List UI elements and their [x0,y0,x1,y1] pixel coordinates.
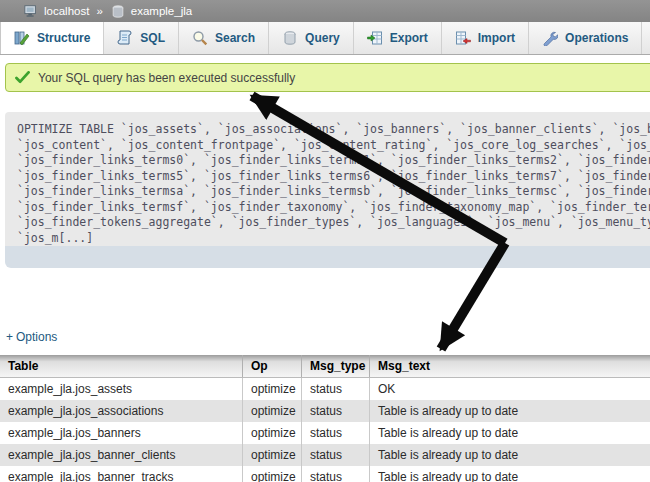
table-header-row: Table Op Msg_type Msg_text [0,355,650,378]
table-row: example_jla.jos_banner_clients optimize … [0,444,650,466]
cell-msg-text: Table is already up to date [370,422,650,444]
sql-line: OPTIMIZE TABLE `jos_assets`, `jos_associ… [17,122,650,138]
tab-import[interactable]: Import [442,22,529,54]
cell-msg-text: OK [370,378,650,400]
export-icon [367,30,383,46]
query-tools-strip [5,246,650,268]
tab-label: Import [478,31,515,45]
cell-msg-type: status [302,466,370,482]
tab-search[interactable]: Search [179,22,269,54]
cell-msg-type: status [302,378,370,400]
cell-table: example_jla.jos_assets [0,378,243,400]
breadcrumb-separator: » [96,5,102,17]
database-icon [110,5,126,18]
success-message: Your SQL query has been executed success… [5,63,650,92]
cell-op: optimize [243,400,302,422]
breadcrumb: localhost » example_jla [0,0,650,22]
cell-msg-text: Table is already up to date [370,444,650,466]
cell-msg-text: Table is already up to date [370,400,650,422]
results-table: Table Op Msg_type Msg_text example_jla.j… [0,355,650,482]
phpmyadmin-window: localhost » example_jla Structure SQL [0,0,650,482]
column-header-op: Op [243,355,302,377]
sql-line: `jos_finder_links_termsf`, `jos_finder_t… [17,200,650,216]
cell-msg-type: status [302,400,370,422]
server-icon [23,4,39,18]
structure-icon [14,30,30,46]
sql-line: `jos_finder_links_terms5`, `jos_finder_l… [17,169,650,185]
sql-line: `jos_finder_links_termsa`, `jos_finder_l… [17,184,650,200]
cell-msg-type: status [302,422,370,444]
tab-export[interactable]: Export [354,22,442,54]
tab-operations[interactable]: Operations [529,22,642,54]
breadcrumb-server-link[interactable]: localhost [44,5,89,17]
cell-op: optimize [243,378,302,400]
tab-structure[interactable]: Structure [0,22,104,54]
tab-label: Structure [37,31,90,45]
cell-table: example_jla.jos_banners [0,422,243,444]
tab-label: Search [215,31,255,45]
tab-label: Export [390,31,428,45]
tab-bar: Structure SQL Search Query [0,22,650,55]
column-header-table: Table [0,355,243,377]
cell-msg-type: status [302,444,370,466]
tab-label: Operations [565,31,628,45]
sql-line: `jos_finder_tokens_aggregate`, `jos_find… [17,215,650,231]
sql-query-box: OPTIMIZE TABLE `jos_assets`, `jos_associ… [5,112,650,246]
query-icon [282,30,298,46]
success-check-icon [15,71,30,84]
sql-line: `jos_content`, `jos_content_frontpage`, … [17,138,650,154]
tab-label: SQL [140,31,165,45]
column-header-msg-text: Msg_text [370,355,650,377]
table-row: example_jla.jos_banner_tracks optimize s… [0,466,650,482]
tab-query[interactable]: Query [269,22,354,54]
sql-line: `jos_finder_links_terms0`, `jos_finder_l… [17,153,650,169]
sql-line: `jos_m[...] [17,231,650,247]
table-row: example_jla.jos_assets optimize status O… [0,378,650,400]
tab-routines[interactable] [642,22,650,54]
table-row: example_jla.jos_associations optimize st… [0,400,650,422]
search-icon [192,30,208,46]
options-toggle[interactable]: +Options [6,330,57,344]
cell-op: optimize [243,444,302,466]
cell-table: example_jla.jos_associations [0,400,243,422]
cell-op: optimize [243,466,302,482]
tab-sql[interactable]: SQL [104,22,179,54]
tab-label: Query [305,31,340,45]
cell-msg-text: Table is already up to date [370,466,650,482]
cell-table: example_jla.jos_banner_clients [0,444,243,466]
cell-table: example_jla.jos_banner_tracks [0,466,243,482]
success-message-text: Your SQL query has been executed success… [38,71,295,85]
cell-op: optimize [243,422,302,444]
options-link[interactable]: Options [16,330,57,344]
sql-icon [117,30,133,46]
column-header-msg-type: Msg_type [302,355,370,377]
operations-icon [542,30,558,46]
import-icon [455,30,471,46]
breadcrumb-database-link[interactable]: example_jla [131,5,192,17]
table-row: example_jla.jos_banners optimize status … [0,422,650,444]
plus-icon: + [6,330,13,344]
